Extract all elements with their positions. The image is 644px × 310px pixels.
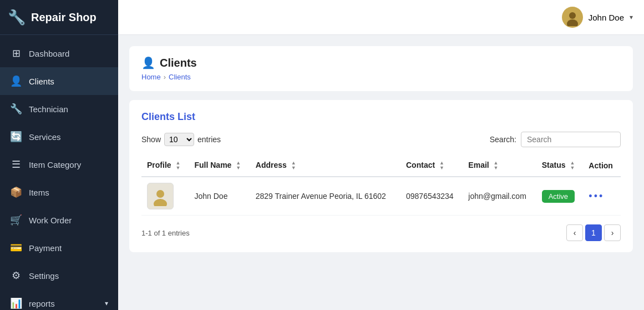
sidebar-item-label: Settings <box>29 271 108 281</box>
col-address: Address ▲▼ <box>250 155 400 177</box>
sidebar-nav: ⊞ Dashboard 👤 Clients 🔧 Technician 🔄 Ser… <box>0 35 118 310</box>
clients-page-icon: 👤 <box>141 56 155 69</box>
col-email: Email ▲▼ <box>463 155 536 177</box>
sidebar-item-clients[interactable]: 👤 Clients <box>0 67 118 95</box>
col-action: Action <box>583 155 621 177</box>
col-profile: Profile ▲▼ <box>141 155 189 177</box>
avatar <box>562 7 583 28</box>
pagination-next[interactable]: › <box>604 224 621 241</box>
sidebar-item-technician[interactable]: 🔧 Technician <box>0 95 118 123</box>
sidebar-item-items[interactable]: 📦 Items <box>0 178 118 206</box>
col-status: Status ▲▼ <box>536 155 584 177</box>
logo-icon: 🔧 <box>8 9 26 26</box>
page-header-card: 👤 Clients Home › Clients <box>129 46 633 91</box>
dashboard-icon: ⊞ <box>10 47 22 59</box>
entries-label: entries <box>197 135 221 144</box>
work-order-icon: 🛒 <box>10 214 22 226</box>
cell-action: ••• <box>583 177 621 216</box>
cell-profile <box>141 177 189 216</box>
sort-icon: ▲▼ <box>570 161 575 171</box>
sidebar-item-label: Clients <box>29 77 108 86</box>
sidebar-logo: 🔧 Repair Shop <box>0 0 118 35</box>
cell-status: Active <box>536 177 584 216</box>
sidebar-item-payment[interactable]: 💳 Payment <box>0 234 118 262</box>
cell-email: john@gmail.com <box>463 177 536 216</box>
col-full-name: Full Name ▲▼ <box>189 155 250 177</box>
user-name: John Doe <box>589 13 624 22</box>
sidebar-item-dashboard[interactable]: ⊞ Dashboard <box>0 39 118 67</box>
sidebar-item-label: Item Category <box>29 160 108 169</box>
sort-icon: ▲▼ <box>494 161 499 171</box>
app-title: Repair Shop <box>31 11 97 24</box>
page-title-row: 👤 Clients <box>141 56 621 69</box>
status-badge: Active <box>542 190 575 203</box>
clients-list-card: Clients List Show 10 25 50 100 entries S… <box>129 100 633 252</box>
cell-address: 2829 Trainer Avenue Peoria, IL 61602 <box>250 177 400 216</box>
items-icon: 📦 <box>10 186 22 198</box>
breadcrumb-current: Clients <box>169 73 191 81</box>
clients-list-title: Clients List <box>141 111 621 123</box>
settings-icon: ⚙ <box>10 269 22 282</box>
item-category-icon: ☰ <box>10 158 22 171</box>
sidebar-item-services[interactable]: 🔄 Services <box>0 123 118 151</box>
content-area: 👤 Clients Home › Clients Clients List Sh… <box>118 35 644 310</box>
sidebar-item-label: Technician <box>29 104 108 114</box>
user-menu[interactable]: John Doe ▾ <box>562 7 633 28</box>
sidebar-item-item-category[interactable]: ☰ Item Category <box>0 151 118 178</box>
main-content: John Doe ▾ 👤 Clients Home › Clients Clie… <box>118 0 644 310</box>
topbar: John Doe ▾ <box>118 0 644 35</box>
clients-table: Profile ▲▼ Full Name ▲▼ Address ▲▼ Con <box>141 155 621 216</box>
sidebar-item-label: Work Order <box>29 216 108 225</box>
col-contact: Contact ▲▼ <box>400 155 463 177</box>
action-menu-button[interactable]: ••• <box>589 191 604 202</box>
search-row: Search: <box>490 132 621 147</box>
table-footer: 1-1 of 1 entries ‹ 1 › <box>141 224 621 241</box>
show-entries: Show 10 25 50 100 entries <box>141 133 221 146</box>
clients-icon: 👤 <box>10 75 22 87</box>
payment-icon: 💳 <box>10 242 22 254</box>
sort-icon: ▲▼ <box>439 161 444 171</box>
search-label: Search: <box>490 135 516 144</box>
cell-full-name: John Doe <box>189 177 250 216</box>
sidebar-item-label: reports <box>29 299 98 308</box>
pagination-page-1[interactable]: 1 <box>585 224 602 241</box>
pagination: ‹ 1 › <box>566 224 621 241</box>
breadcrumb-separator: › <box>164 73 166 81</box>
breadcrumb-home[interactable]: Home <box>141 73 161 81</box>
sidebar-item-label: Dashboard <box>29 49 108 58</box>
profile-avatar <box>147 183 174 209</box>
chevron-down-icon: ▾ <box>630 13 633 21</box>
reports-icon: 📊 <box>10 297 22 309</box>
sort-icon: ▲▼ <box>236 161 241 171</box>
sidebar-item-label: Items <box>29 188 108 197</box>
cell-contact: 09876543234 <box>400 177 463 216</box>
chevron-down-icon: ▾ <box>105 299 108 307</box>
sidebar-item-settings[interactable]: ⚙ Settings <box>0 262 118 289</box>
page-title: Clients <box>160 57 197 69</box>
sidebar-item-label: Services <box>29 132 108 142</box>
breadcrumb: Home › Clients <box>141 73 621 81</box>
services-icon: 🔄 <box>10 131 22 143</box>
table-row: John Doe 2829 Trainer Avenue Peoria, IL … <box>141 177 621 216</box>
table-header-row: Profile ▲▼ Full Name ▲▼ Address ▲▼ Con <box>141 155 621 177</box>
entries-select[interactable]: 10 25 50 100 <box>164 133 194 146</box>
sidebar-item-reports[interactable]: 📊 reports ▾ <box>0 289 118 310</box>
sidebar-item-label: Payment <box>29 243 108 253</box>
sort-icon: ▲▼ <box>291 161 296 171</box>
sort-icon: ▲▼ <box>175 161 180 171</box>
svg-point-1 <box>569 12 576 19</box>
entries-info: 1-1 of 1 entries <box>141 229 190 237</box>
sidebar-item-work-order[interactable]: 🛒 Work Order <box>0 206 118 234</box>
controls-row: Show 10 25 50 100 entries Search: <box>141 132 621 147</box>
show-label: Show <box>141 135 161 144</box>
search-input[interactable] <box>521 132 621 147</box>
svg-point-4 <box>156 190 164 198</box>
sidebar: 🔧 Repair Shop ⊞ Dashboard 👤 Clients 🔧 Te… <box>0 0 118 310</box>
pagination-prev[interactable]: ‹ <box>566 224 583 241</box>
technician-icon: 🔧 <box>10 103 22 115</box>
